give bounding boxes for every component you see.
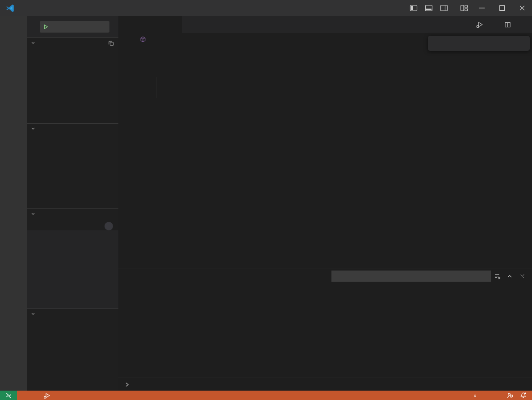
debug-config-toolbar	[27, 16, 118, 38]
cursor-position[interactable]	[452, 391, 458, 400]
controls-divider	[454, 4, 454, 12]
tools-status[interactable]	[32, 391, 40, 400]
chevron-down-icon	[31, 212, 35, 216]
tab-main-c[interactable]	[118, 16, 182, 33]
close-panel-icon[interactable]	[516, 270, 528, 283]
bottom-panel	[118, 268, 532, 391]
thread-badge	[105, 222, 113, 230]
panel-header	[118, 268, 532, 284]
remote-indicator[interactable]	[0, 391, 17, 400]
indent-guide	[156, 77, 156, 98]
vscode-logo-icon	[5, 4, 15, 13]
debug-toolbar	[428, 36, 530, 51]
notifications-bell[interactable]	[517, 391, 532, 400]
breakpoints-header[interactable]	[27, 309, 118, 319]
window-controls	[406, 0, 532, 16]
minimize-button[interactable]	[472, 0, 492, 16]
chevron-down-icon	[31, 312, 35, 316]
spell-checker-status[interactable]	[481, 391, 489, 400]
title-bar	[0, 0, 532, 16]
feedback-status[interactable]	[503, 391, 517, 400]
debug-status[interactable]	[40, 391, 54, 400]
toggle-secondary-sidebar-icon[interactable]	[436, 0, 452, 16]
maximize-panel-icon[interactable]	[503, 270, 516, 283]
toggle-sidebar-icon[interactable]	[406, 0, 421, 16]
encoding[interactable]	[458, 391, 465, 400]
console-filter-input[interactable]	[331, 271, 491, 282]
chevron-down-icon	[31, 41, 35, 45]
breakpoints-section	[27, 308, 118, 391]
debug-config-dropdown[interactable]	[40, 21, 109, 33]
call-stack-section	[27, 208, 118, 308]
copy-icon[interactable]	[108, 40, 114, 46]
bell-icon	[520, 392, 527, 399]
activity-bar	[0, 16, 27, 391]
remote-icon	[5, 392, 12, 399]
variables-section	[27, 38, 118, 123]
debug-console-input[interactable]	[118, 378, 532, 391]
call-stack-empty	[27, 230, 118, 308]
split-editor-icon[interactable]	[501, 16, 515, 33]
prompt-chevron-icon	[124, 382, 130, 388]
maximize-button[interactable]	[492, 0, 512, 16]
symbol-cube-icon	[140, 36, 146, 42]
watch-header[interactable]	[27, 124, 118, 133]
code-editor[interactable]	[118, 45, 532, 268]
run-or-debug-button[interactable]	[473, 16, 487, 33]
debug-console-output	[118, 284, 532, 378]
status-right	[452, 391, 532, 400]
variables-header[interactable]	[27, 38, 118, 48]
close-button[interactable]	[512, 0, 532, 16]
status-bar	[0, 391, 532, 400]
debug-play-bug-icon	[43, 392, 50, 399]
language-mode[interactable]	[471, 391, 481, 400]
settings-gear-icon[interactable]	[487, 16, 501, 33]
formatter-status[interactable]	[495, 391, 503, 400]
start-debug-icon[interactable]	[42, 24, 49, 30]
customize-layout-icon[interactable]	[457, 0, 472, 16]
editor-actions	[473, 16, 532, 33]
chevron-down-icon	[31, 126, 35, 131]
watch-section	[27, 123, 118, 208]
debug-sidebar	[27, 16, 118, 391]
tab-bar	[118, 16, 532, 33]
feedback-person-icon	[507, 392, 514, 399]
more-actions-icon[interactable]	[515, 16, 528, 33]
eol-sequence[interactable]	[465, 391, 471, 400]
braces-icon	[474, 392, 476, 399]
platform-target[interactable]	[489, 391, 495, 400]
problems-status[interactable]	[17, 391, 32, 400]
clear-console-icon[interactable]	[491, 270, 503, 283]
call-stack-header[interactable]	[27, 209, 118, 219]
toggle-panel-icon[interactable]	[421, 0, 436, 16]
editor-group	[118, 16, 532, 391]
